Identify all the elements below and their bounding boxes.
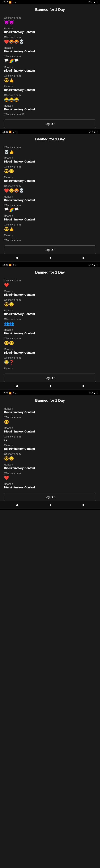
item-value-3: Discriminatory Content (4, 179, 96, 182)
screen-0: 12:23 📶 ⊙ ∞ 🛡 ✓ ▲ ▮ Banned for 1 DayOffe… (0, 0, 100, 129)
item-value-5: Discriminatory Content (4, 198, 96, 202)
item-label-8: Offensive Item (4, 94, 96, 97)
item-label-3: Reason (4, 309, 96, 312)
item-value-0: Discriminatory Content (4, 410, 96, 414)
status-left: 12:23 📶 ⊙ ∞ (2, 264, 16, 266)
item-value-3: Discriminatory Content (4, 312, 96, 316)
item-value-8: 😂😂😂 (4, 97, 96, 102)
item-value-1: 😊 (4, 419, 96, 425)
logout-button-2[interactable]: Log Out (4, 374, 96, 382)
item-label-10: Offensive Item 63 (4, 113, 96, 116)
status-time: 12:23 (2, 392, 8, 394)
item-label-9: Reason (4, 367, 96, 370)
status-wifi2: ▲ (94, 130, 96, 133)
item-label-5: Reason (4, 195, 96, 198)
item-value-6: 😎👍 (4, 78, 96, 83)
item-value-2: 😎😊 (4, 168, 96, 174)
item-label-7: Reason (4, 348, 96, 351)
logout-button-3[interactable]: Log Out (4, 493, 96, 501)
item-label-2: Offensive Item (4, 36, 96, 39)
item-value-2: ❤️🤬🤬💀 (4, 39, 96, 44)
item-label-4: Offensive Item (4, 184, 96, 187)
home-button[interactable]: ● (49, 384, 51, 388)
item-label-0: Offensive Item (4, 16, 96, 19)
item-label-3: Reason (4, 46, 96, 49)
item-label-2: Offensive Item (4, 165, 96, 168)
item-value-0: 💀👍 (4, 149, 96, 154)
item-value-3: Discriminatory Content (4, 50, 96, 53)
logout-button-1[interactable]: Log Out (4, 245, 96, 254)
status-signal: 📶 (9, 130, 12, 133)
status-wifi2: ▲ (94, 392, 96, 394)
status-shield: 🛡 (88, 264, 91, 266)
status-time: 12:23 (2, 264, 8, 266)
item-label-8: Reason (4, 483, 96, 486)
status-extra: ∞ (15, 264, 16, 266)
item-value-1: Discriminatory Content (4, 30, 96, 34)
status-left: 12:23 📶 ⊙ ∞ (2, 1, 16, 4)
status-signal: 📶 (9, 1, 12, 4)
status-signal: 📶 (9, 392, 12, 395)
item-label-7: Reason (4, 85, 96, 88)
status-wifi2: ▲ (94, 1, 96, 3)
back-button[interactable]: ◀ (15, 503, 18, 507)
item-value-5: 😎😊 (4, 456, 96, 461)
item-label-5: Reason (4, 328, 96, 331)
nav-bar: ◀ ● ■ (0, 501, 100, 508)
status-bar: 12:23 📶 ⊙ ∞ 🛡 ✓ ▲ ▮ (0, 263, 100, 267)
status-battery: ▮ (96, 392, 98, 395)
item-label-1: Reason (4, 27, 96, 30)
home-button[interactable]: ● (49, 256, 51, 260)
item-label-7: Offensive Item (4, 472, 96, 475)
item-value-8: 😎👍 (4, 226, 96, 232)
logout-button-0[interactable]: Log Out (4, 120, 96, 128)
back-button[interactable]: ◀ (15, 255, 18, 260)
item-label-1: Reason (4, 290, 96, 293)
item-value-1: Discriminatory Content (4, 293, 96, 296)
recents-button[interactable]: ■ (83, 384, 85, 388)
item-label-9: Reason (4, 234, 96, 237)
status-bar: 12:23 📶 ⊙ ∞ 🛡 ✓ ▲ ▮ (0, 0, 100, 4)
item-value-7: ❤️ (4, 475, 96, 480)
item-label-6: Offensive Item (4, 74, 96, 77)
item-value-9: Discriminatory Content (4, 107, 96, 111)
item-label-0: Offensive Item (4, 279, 96, 282)
status-left: 12:23 📶 ⊙ ∞ (2, 130, 16, 133)
item-value-2: 😎😊 (4, 302, 96, 307)
item-value-7: Discriminatory Content (4, 88, 96, 92)
status-shield: 🛡 (88, 392, 91, 394)
item-label-0: Reason (4, 407, 96, 410)
status-check: ✓ (91, 130, 93, 133)
item-label-3: Offensive Item (4, 435, 96, 438)
item-label-2: Reason (4, 427, 96, 430)
item-label-2: Offensive Item (4, 298, 96, 301)
item-value-5: Discriminatory Content (4, 332, 96, 335)
recents-button[interactable]: ■ (83, 503, 85, 507)
item-label-4: Offensive Item (4, 318, 96, 321)
status-right: 🛡 ✓ ▲ ▮ (88, 264, 98, 266)
screen-3: 12:23 📶 ⊙ ∞ 🛡 ✓ ▲ ▮ Banned for 1 DayReas… (0, 391, 100, 510)
screen-2: 12:23 📶 ⊙ ∞ 🛡 ✓ ▲ ▮ Banned for 1 DayOffe… (0, 263, 100, 391)
item-value-0: 😈😈 (4, 20, 96, 25)
item-value-7: Discriminatory Content (4, 218, 96, 221)
status-wifi: ⊙ (12, 392, 14, 395)
status-extra: ∞ (15, 392, 16, 394)
back-button[interactable]: ◀ (15, 383, 18, 388)
ban-header-2: Banned for 1 Day (0, 267, 100, 277)
home-button[interactable]: ● (49, 503, 51, 507)
status-shield: 🛡 (88, 1, 91, 3)
nav-bar: ◀ ● ■ (0, 382, 100, 390)
status-check: ✓ (91, 392, 93, 395)
item-label-1: Reason (4, 156, 96, 159)
item-value-6: 🏳️🌈🏳️ (4, 207, 96, 212)
item-label-6: Offensive Item (4, 204, 96, 207)
status-wifi2: ▲ (94, 264, 96, 266)
ban-header-1: Banned for 1 Day (0, 134, 100, 144)
status-time: 12:23 (2, 130, 8, 133)
status-wifi: ⊙ (12, 1, 14, 4)
status-bar: 12:23 📶 ⊙ ∞ 🛡 ✓ ▲ ▮ (0, 391, 100, 395)
recents-button[interactable]: ■ (83, 256, 85, 260)
status-time: 12:23 (2, 1, 8, 3)
item-label-8: Offensive Item (4, 223, 96, 226)
item-value-6: Discriminatory Content (4, 466, 96, 470)
